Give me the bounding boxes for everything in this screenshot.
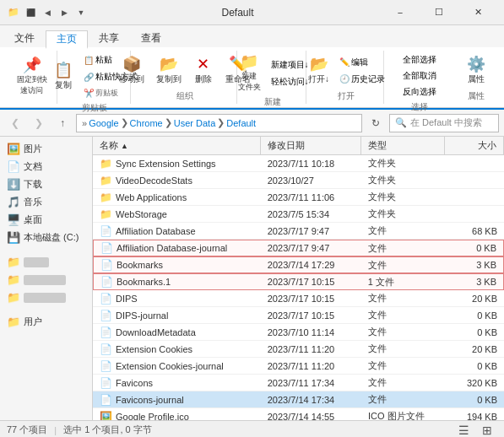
file-size-cell: 20 KB bbox=[445, 343, 504, 355]
sidebar-label-localdisk: 本地磁盘 (C:) bbox=[24, 231, 79, 244]
new-folder-label: 新建文件夹 bbox=[238, 71, 261, 93]
col-header-date[interactable]: 修改日期 bbox=[261, 137, 361, 154]
table-row[interactable]: 📁 VideoDecodeStats 2023/10/27 文件夹 bbox=[93, 172, 504, 189]
table-row[interactable]: 📄 DownloadMetadata 2023/7/10 11:14 文件 0 … bbox=[93, 324, 504, 341]
status-bar: 77 个项目 | 选中 1 个项目, 0 字节 ☰ ⊞ bbox=[0, 420, 504, 437]
tab-share[interactable]: 共享 bbox=[88, 29, 130, 47]
sidebar-item-localdisk[interactable]: 💾 本地磁盘 (C:) bbox=[0, 229, 92, 246]
table-row[interactable]: 📁 Sync Extension Settings 2023/7/11 10:1… bbox=[93, 155, 504, 172]
ribbon-group-open: 📂 打开↓ ✏️ 编辑 🕘 历史记录 打开 bbox=[308, 51, 384, 104]
main-area: 🖼️ 图片 📄 文档 ⬇️ 下载 🎵 音乐 🖥️ 桌面 💾 本地磁盘 (C:) … bbox=[0, 137, 504, 420]
col-header-type[interactable]: 类型 bbox=[361, 137, 445, 154]
table-row[interactable]: 📄 Affiliation Database-journal 2023/7/17… bbox=[93, 240, 504, 256]
table-row[interactable]: 📄 Extension Cookies 2023/7/11 11:20 文件 2… bbox=[93, 341, 504, 358]
table-row[interactable]: 📄 Favicons-journal 2023/7/14 17:34 文件 0 … bbox=[93, 391, 504, 408]
file-name-text: Web Applications bbox=[116, 192, 187, 202]
breadcrumb-separator-1: ❯ bbox=[121, 117, 128, 128]
back-nav-button[interactable]: ❮ bbox=[5, 113, 25, 133]
sidebar-item-blurred-2[interactable]: 📁 bbox=[0, 289, 92, 306]
title-bar: 📁 ⬛ ◀ ▶ ▼ Default − ☐ ✕ bbox=[0, 0, 504, 25]
invert-selection-button[interactable]: 反向选择 bbox=[399, 84, 440, 100]
up-nav-button[interactable]: ↑ bbox=[52, 113, 73, 133]
sidebar-item-downloads[interactable]: ⬇️ 下载 bbox=[0, 175, 92, 193]
sidebar-item-documents[interactable]: 📄 文档 bbox=[0, 158, 92, 175]
col-header-size[interactable]: 大小 bbox=[445, 137, 504, 154]
cut-icon: ✂️ bbox=[84, 89, 94, 98]
sidebar-item-users[interactable]: 📁 用户 bbox=[0, 313, 92, 331]
file-name-cell: 📄 Affiliation Database bbox=[93, 224, 261, 238]
breadcrumb-separator-3: ❯ bbox=[217, 117, 225, 128]
select-group-label: 选择 bbox=[411, 101, 428, 113]
file-name-text: Bookmarks.1 bbox=[117, 277, 171, 287]
table-row[interactable]: 📄 Bookmarks 2023/7/14 17:29 文件 3 KB bbox=[93, 256, 504, 273]
window-title: Default bbox=[95, 7, 381, 19]
sidebar-label-blurred-2 bbox=[24, 293, 66, 303]
col-size-label: 大小 bbox=[478, 139, 496, 152]
history-button[interactable]: 🕘 历史记录 bbox=[336, 72, 388, 87]
file-type-cell: 1 文件 bbox=[361, 275, 445, 289]
file-date-cell: 2023/7/5 15:34 bbox=[261, 208, 361, 220]
file-type-icon: 🖼️ bbox=[100, 411, 112, 421]
delete-button[interactable]: ✕ 删除 bbox=[188, 55, 219, 87]
move-to-button[interactable]: 📦 移动到 bbox=[114, 55, 149, 87]
new-folder-button[interactable]: 📁 新建文件夹 bbox=[233, 52, 266, 94]
file-type-cell: 文件夹 bbox=[361, 190, 445, 204]
copy-button[interactable]: 📋 复制 bbox=[48, 61, 79, 93]
pin-to-quick-access-button[interactable]: 📌 固定到快速访问 bbox=[12, 56, 52, 98]
forward-nav-button[interactable]: ❯ bbox=[29, 113, 49, 133]
address-bar: ❮ ❯ ↑ » Google ❯ Chrome ❯ User Data ❯ De… bbox=[0, 110, 504, 137]
breadcrumb-separator-2: ❯ bbox=[165, 117, 172, 128]
table-row[interactable]: 📄 Affiliation Database 2023/7/17 9:47 文件… bbox=[93, 223, 504, 240]
breadcrumb-chrome[interactable]: Chrome bbox=[130, 118, 163, 128]
sidebar-item-music[interactable]: 🎵 音乐 bbox=[0, 193, 92, 211]
file-name-cell: 📄 Favicons-journal bbox=[93, 393, 261, 407]
tab-view[interactable]: 查看 bbox=[130, 29, 172, 47]
open-button[interactable]: 📂 打开↓ bbox=[303, 55, 334, 87]
table-row[interactable]: 📄 Extension Cookies-journal 2023/7/11 11… bbox=[93, 358, 504, 375]
breadcrumb-default[interactable]: Default bbox=[226, 118, 256, 128]
g-drive-icon: 📁 bbox=[7, 256, 20, 268]
sort-icon: ▲ bbox=[121, 142, 128, 150]
edit-button[interactable]: ✏️ 编辑 bbox=[336, 55, 388, 70]
window-controls: − ☐ ✕ bbox=[381, 0, 497, 25]
minimize-button[interactable]: − bbox=[381, 0, 420, 25]
search-box[interactable]: 🔍 在 Default 中搜索 bbox=[389, 114, 499, 132]
breadcrumb-userdata[interactable]: User Data bbox=[174, 118, 216, 128]
sidebar-item-blurred-1[interactable]: 📁 bbox=[0, 271, 92, 289]
breadcrumb[interactable]: » Google ❯ Chrome ❯ User Data ❯ Default bbox=[76, 114, 362, 132]
view-list-button[interactable]: ☰ bbox=[453, 420, 474, 438]
desktop-icon: 🖥️ bbox=[7, 213, 20, 226]
breadcrumb-google[interactable]: Google bbox=[89, 118, 118, 128]
table-row[interactable]: 📄 Favicons 2023/7/11 17:34 文件 320 KB bbox=[93, 375, 504, 391]
sidebar-item-desktop[interactable]: 🖥️ 桌面 bbox=[0, 211, 92, 229]
table-row[interactable]: 📄 Bookmarks.1 2023/7/17 10:15 1 文件 3 KB bbox=[93, 273, 504, 290]
view-grid-button[interactable]: ⊞ bbox=[477, 420, 497, 438]
copy-to-button[interactable]: 📂 复制到 bbox=[151, 55, 187, 87]
table-row[interactable]: 📁 WebStorage 2023/7/5 15:34 文件夹 bbox=[93, 206, 504, 223]
table-row[interactable]: 📁 Web Applications 2023/7/11 11:06 文件夹 bbox=[93, 189, 504, 206]
file-type-icon: 📄 bbox=[100, 259, 113, 271]
open-icon: 📂 bbox=[310, 57, 328, 72]
table-row[interactable]: 🖼️ Google Profile.ico 2023/7/14 14:55 IC… bbox=[93, 408, 504, 420]
table-row[interactable]: 📄 DIPS 2023/7/17 10:15 文件 20 KB bbox=[93, 290, 504, 307]
col-header-name[interactable]: 名称 ▲ bbox=[93, 137, 261, 154]
file-name-text: Google Profile.ico bbox=[116, 412, 189, 421]
select-all-button[interactable]: 全部选择 bbox=[399, 52, 440, 67]
sidebar-item-pictures[interactable]: 🖼️ 图片 bbox=[0, 140, 92, 158]
refresh-button[interactable]: ↻ bbox=[366, 113, 386, 133]
tab-home[interactable]: 主页 bbox=[46, 30, 88, 49]
file-name-cell: 📁 WebStorage bbox=[93, 208, 261, 221]
history-label: 历史记录 bbox=[351, 73, 385, 85]
dropdown-icon: ▼ bbox=[74, 6, 88, 19]
close-button[interactable]: ✕ bbox=[458, 0, 497, 25]
file-type-icon: 📄 bbox=[100, 242, 113, 254]
sidebar-item-g[interactable]: 📁 G bbox=[0, 253, 92, 271]
file-name-cell: 📄 DIPS-journal bbox=[93, 309, 261, 322]
sidebar: 🖼️ 图片 📄 文档 ⬇️ 下载 🎵 音乐 🖥️ 桌面 💾 本地磁盘 (C:) … bbox=[0, 137, 93, 420]
tab-file[interactable]: 文件 bbox=[3, 29, 46, 47]
maximize-button[interactable]: ☐ bbox=[420, 0, 458, 25]
properties-button[interactable]: ⚙️ 属性 bbox=[461, 55, 491, 87]
table-row[interactable]: 📄 DIPS-journal 2023/7/17 10:15 文件 0 KB bbox=[93, 307, 504, 324]
deselect-all-button[interactable]: 全部取消 bbox=[399, 68, 440, 84]
sidebar-label-pictures: 图片 bbox=[24, 143, 42, 155]
